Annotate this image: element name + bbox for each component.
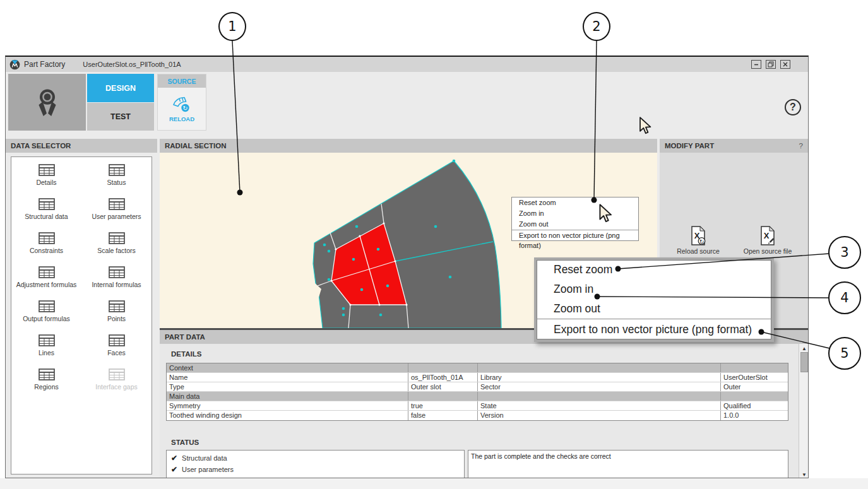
reload-button-label: RELOAD (169, 115, 194, 122)
open-source-file-button[interactable]: X Open source file (739, 226, 796, 255)
selector-item-points[interactable]: Points (81, 298, 152, 333)
reload-source-button[interactable]: X ↻ Reload source (670, 226, 727, 255)
status-section-title: STATUS (171, 439, 199, 446)
selector-item-internal-formulas[interactable]: Internal formulas (81, 264, 152, 298)
table-icon (39, 164, 55, 176)
selector-item-faces[interactable]: Faces (81, 333, 152, 367)
table-band-row: Context (167, 363, 788, 373)
table-row: SymmetrytrueStateQualified (167, 401, 788, 411)
table-row: Toothed winding designfalseVersion1.0.0 (167, 411, 788, 420)
table-band-row: Main data (167, 392, 788, 401)
scroll-up-icon[interactable]: ▲ (799, 346, 809, 351)
part-data-body: DETAILS Context Nameos_PllTooth_01ALibra… (160, 344, 809, 478)
table-icon (109, 300, 125, 312)
open-source-file-label: Open source file (744, 247, 792, 255)
medal-icon (36, 88, 59, 117)
selector-item-details[interactable]: Details (11, 162, 81, 196)
menu-item-zoom-in[interactable]: Zoom in (512, 208, 638, 219)
selector-item-output-formulas[interactable]: Output formulas (11, 298, 81, 333)
table-row: Nameos_PllTooth_01ALibraryUserOuterSlot (167, 373, 788, 382)
data-selector-title: DATA SELECTOR (6, 139, 157, 153)
status-check-item: ✔ User parameters (167, 464, 464, 475)
open-source-file-icon: X (760, 226, 775, 245)
table-row: TypeOuter slotSectorOuter (167, 382, 788, 392)
help-button[interactable]: ? (785, 99, 801, 115)
callout-5: 5 (828, 337, 861, 370)
page-bottom-margin (0, 478, 868, 489)
svg-text:↻: ↻ (182, 104, 187, 111)
tab-design[interactable]: DESIGN (87, 74, 154, 102)
selector-item-interface-gaps: Interface gaps (81, 367, 152, 401)
check-icon: ✔ (171, 465, 177, 474)
callout-4: 4 (828, 281, 861, 314)
table-icon (109, 164, 125, 176)
close-icon[interactable] (780, 60, 790, 69)
table-icon (39, 198, 55, 210)
page: Part Factory UserOuterSlot.os_PllTooth_0… (0, 0, 868, 489)
table-icon (39, 300, 55, 312)
table-icon (109, 368, 125, 380)
reload-button[interactable]: ↻ RELOAD (158, 88, 206, 130)
table-icon (109, 232, 125, 244)
minimize-icon[interactable] (751, 60, 761, 69)
app-name: Part Factory (24, 60, 65, 69)
menu-item-reset-zoom[interactable]: Reset zoom (537, 260, 771, 280)
canvas-context-menu: Reset zoom Zoom in Zoom out Export to no… (511, 197, 639, 241)
radial-section-title: RADIAL SECTION (160, 139, 657, 153)
callout-2: 2 (583, 12, 610, 41)
part-data-panel: PART DATA DETAILS Context Nameos_PllToot… (160, 330, 809, 478)
table-icon (39, 334, 55, 346)
reload-source-icon: X ↻ (691, 226, 706, 245)
selector-item-user-parameters[interactable]: User parameters (81, 196, 152, 230)
part-data-scrollbar[interactable]: ▲ ▼ (799, 344, 809, 478)
status-message: The part is complete and the checks are … (471, 452, 611, 460)
callout-3: 3 (828, 236, 861, 269)
window-controls (751, 60, 790, 69)
part-badge-button[interactable] (8, 74, 86, 131)
status-message-box: The part is complete and the checks are … (468, 450, 788, 478)
source-group: SOURCE ↻ RELOAD (157, 74, 206, 131)
magnified-context-menu: Reset zoom Zoom in Zoom out Export to no… (534, 257, 774, 342)
restore-icon[interactable] (766, 60, 776, 69)
selector-item-scale-factors[interactable]: Scale factors (81, 230, 152, 264)
table-icon (109, 198, 125, 210)
data-selector-list: Details Status Structural data User para… (11, 156, 152, 474)
table-icon (109, 266, 125, 278)
svg-text:X: X (764, 231, 770, 240)
selector-item-constraints[interactable]: Constraints (11, 230, 81, 264)
document-title: UserOuterSlot.os_PllTooth_01A (83, 61, 181, 68)
menu-item-zoom-out[interactable]: Zoom out (537, 299, 771, 319)
status-checklist: ✔ Structural data ✔ User parameters ✔ Co… (166, 450, 465, 478)
menu-item-zoom-out[interactable]: Zoom out (512, 219, 638, 230)
selector-item-structural-data[interactable]: Structural data (11, 196, 81, 230)
reload-part-icon: ↻ (172, 96, 192, 114)
modify-part-title: MODIFY PART (665, 142, 714, 150)
table-icon (39, 266, 55, 278)
source-group-label: SOURCE (158, 74, 206, 88)
status-check-item: ✔ Structural data (167, 452, 464, 464)
menu-item-zoom-in[interactable]: Zoom in (537, 280, 771, 299)
callout-1: 1 (218, 12, 246, 41)
scroll-down-icon[interactable]: ▼ (799, 472, 809, 478)
details-table: Context Nameos_PllTooth_01ALibraryUserOu… (166, 363, 788, 421)
tab-test[interactable]: TEST (87, 103, 154, 131)
svg-text:↻: ↻ (699, 239, 705, 245)
scrollbar-thumb[interactable] (800, 352, 808, 372)
table-icon (39, 232, 55, 244)
menu-item-export-png[interactable]: Export to non vector picture (png format… (537, 319, 771, 339)
check-icon: ✔ (171, 454, 177, 462)
table-icon (109, 334, 125, 346)
data-selector-panel: DATA SELECTOR Details Status Structural … (6, 139, 157, 478)
menu-item-reset-zoom[interactable]: Reset zoom (512, 197, 638, 208)
title-bar: Part Factory UserOuterSlot.os_PllTooth_0… (6, 57, 808, 72)
app-logo-icon (9, 59, 20, 70)
selector-item-adjustment-formulas[interactable]: Adjustment formulas (11, 264, 81, 298)
modify-part-help[interactable]: ? (799, 142, 803, 150)
reload-source-label: Reload source (677, 247, 720, 255)
mouse-cursor-icon (598, 204, 613, 223)
selector-item-status[interactable]: Status (81, 162, 152, 196)
selector-item-lines[interactable]: Lines (11, 333, 81, 367)
selector-item-regions[interactable]: Regions (11, 367, 81, 401)
table-icon (39, 368, 55, 380)
menu-item-export-png[interactable]: Export to non vector picture (png format… (512, 230, 638, 240)
